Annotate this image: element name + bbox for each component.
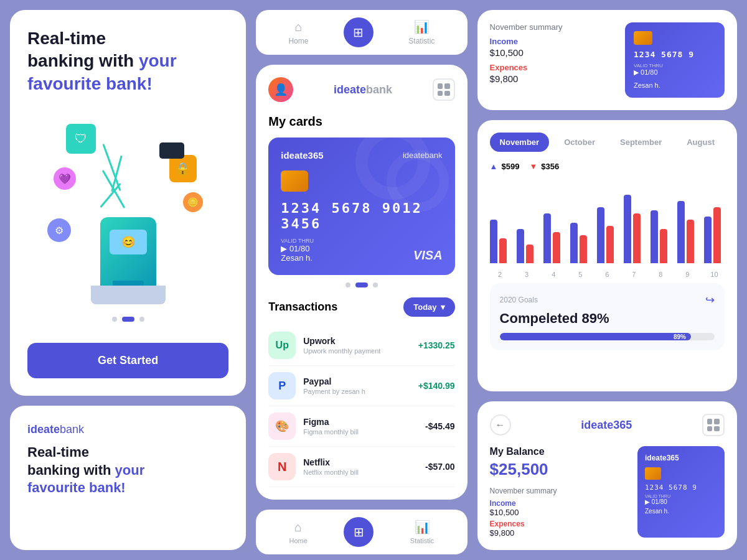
chart-label-8: 8: [651, 271, 671, 278]
txn-amount-upwork: +1330.25: [418, 340, 455, 350]
txn-name-netflix: Netflix: [303, 457, 418, 467]
bar-red-2: [499, 238, 507, 263]
balance-card-brand: ideate365: [645, 454, 717, 462]
balance-card-date: ▶ 01/80: [645, 498, 717, 505]
bar-blue-2: [490, 220, 497, 263]
dot-3[interactable]: [139, 317, 144, 322]
chart-label-5: 5: [570, 271, 591, 278]
chart-group-5: [570, 223, 591, 263]
expense-label: Expences: [490, 63, 615, 72]
nav-home[interactable]: ⌂ Home: [288, 20, 308, 45]
dot-1[interactable]: [112, 317, 117, 322]
goals-percentage: Compeleted 89%: [500, 310, 715, 327]
income-label: Income: [490, 37, 615, 46]
main-app-card: 👤 ideatebank My cards ideate365 ideateba…: [256, 65, 467, 500]
chart-group-6: [597, 207, 618, 263]
coin-icon: 🪙: [183, 192, 203, 212]
card-dot-3[interactable]: [373, 282, 378, 287]
atm-screen: 😊: [110, 230, 147, 254]
balance-grid-icon[interactable]: [702, 414, 725, 436]
bal-expense-val: $9,800: [490, 528, 627, 538]
txn-amount-netflix: -$57.00: [425, 462, 454, 472]
tab-september[interactable]: September: [610, 133, 672, 152]
txn-amount-paypal: +$140.99: [418, 381, 455, 391]
chart-x-labels: 2345678910: [490, 271, 725, 278]
bank-name-small: ideatebank: [27, 423, 228, 436]
back-button[interactable]: ←: [490, 414, 511, 436]
balance-card: ← ideate365 My Balance $25,500 November …: [477, 401, 737, 550]
chart-label-7: 7: [624, 271, 644, 278]
carousel-dots: [112, 317, 144, 322]
get-started-button[interactable]: Get Started: [27, 343, 228, 378]
income-value: $10,500: [490, 47, 615, 58]
chart-group-3: [517, 229, 537, 263]
balance-card-chip: [645, 467, 661, 480]
bottom-nav-scan[interactable]: ⊞: [344, 517, 374, 547]
balance-card-valid: VALID THRU: [645, 494, 717, 498]
home-icon: ⌂: [294, 20, 302, 34]
gear-icon: ⚙: [47, 218, 71, 242]
tab-november[interactable]: November: [490, 133, 550, 152]
card-footer: VALID THRU ▶ 01/80 Zesan h. VISA: [281, 238, 442, 263]
tab-august[interactable]: August: [677, 133, 725, 152]
dot-2[interactable]: [122, 317, 134, 322]
top-nav: ⌂ Home ⊞ 📊 Statistic: [256, 10, 467, 55]
tab-october[interactable]: October: [554, 133, 605, 152]
chart-group-9: [677, 201, 698, 263]
grid-menu-icon[interactable]: [433, 78, 455, 101]
chart-label-3: 3: [517, 271, 537, 278]
bar-blue-5: [570, 223, 578, 263]
month-tabs: November October September August: [490, 133, 725, 152]
balance-amount: $25,500: [490, 460, 627, 479]
hero-card: Real-timebanking with yourfavourite bank…: [10, 10, 246, 396]
legend-income: ▲ $599: [490, 162, 520, 171]
txn-sub-figma: Figma monthly bill: [303, 428, 418, 436]
progress-label: 89%: [674, 334, 686, 340]
transaction-netflix[interactable]: N Netflix Netflix monthly bill -$57.00: [268, 447, 454, 487]
txn-sub-upwork: Upwork monthly payment: [303, 347, 411, 355]
chart-label-9: 9: [677, 271, 698, 278]
bar-red-9: [687, 220, 694, 263]
paypal-icon: P: [268, 372, 296, 399]
heart-icon: 💜: [54, 167, 76, 190]
transactions-header: Transactions Today ▾: [268, 297, 454, 317]
nav-statistic[interactable]: 📊 Statistic: [408, 19, 435, 45]
transaction-upwork[interactable]: Up Upwork Upwork monthly payment +1330.2…: [268, 325, 454, 366]
balance-bank-logo: ideate365: [581, 419, 632, 432]
balance-content: My Balance $25,500 November summary Inco…: [490, 446, 725, 538]
goals-header: 2020 Goals ↪: [500, 293, 715, 307]
bar-blue-7: [624, 195, 631, 263]
nav-scan[interactable]: ⊞: [344, 17, 374, 47]
bottom-nav-statistic[interactable]: 📊 Statistic: [410, 520, 435, 544]
netflix-icon: N: [268, 453, 296, 480]
chart-label-2: 2: [490, 271, 510, 278]
transaction-figma[interactable]: 🎨 Figma Figma monthly bill -$45.49: [268, 406, 454, 447]
card-date: ▶ 01/80: [281, 244, 314, 253]
today-filter-button[interactable]: Today ▾: [403, 297, 454, 317]
bar-red-7: [633, 213, 641, 263]
mini-credit-card[interactable]: 1234 5678 9 VALID THRU ▶ 01/80 Zesan h.: [625, 22, 725, 98]
balance-card-number: 1234 5678 9: [645, 483, 717, 492]
progress-bar-fill: 89%: [500, 333, 691, 340]
my-balance-label: My Balance: [490, 446, 627, 457]
bar-red-4: [553, 232, 560, 263]
banking-illustration: 🛡 🔒 💜 🪙 ⚙ 😊: [41, 105, 215, 304]
statistic-icon: 📊: [414, 19, 430, 34]
balance-mini-card[interactable]: ideate365 1234 5678 9 VALID THRU ▶ 01/80…: [637, 446, 725, 538]
avatar[interactable]: 👤: [268, 77, 293, 102]
mini-card-date: ▶ 01/80: [634, 68, 716, 77]
atm-slot: [113, 281, 144, 286]
card-dot-1[interactable]: [345, 282, 350, 287]
expense-value: $9,800: [490, 73, 615, 84]
card-holder: Zesan h.: [281, 253, 314, 263]
goals-exit-icon[interactable]: ↪: [705, 293, 715, 307]
shield-icon: 🛡: [66, 124, 96, 154]
transaction-paypal[interactable]: P Paypal Payment by zesan h +$140.99: [268, 366, 454, 406]
income-arrow-icon: ▲: [490, 162, 498, 171]
bar-red-8: [660, 229, 667, 263]
credit-card[interactable]: ideate365 ideatebank 1234 5678 9012 3456…: [268, 138, 454, 275]
txn-amount-figma: -$45.49: [425, 421, 454, 431]
card-dot-2[interactable]: [355, 282, 368, 287]
bottom-nav-home[interactable]: ⌂ Home: [289, 520, 307, 544]
progress-bar: 89%: [500, 333, 715, 340]
